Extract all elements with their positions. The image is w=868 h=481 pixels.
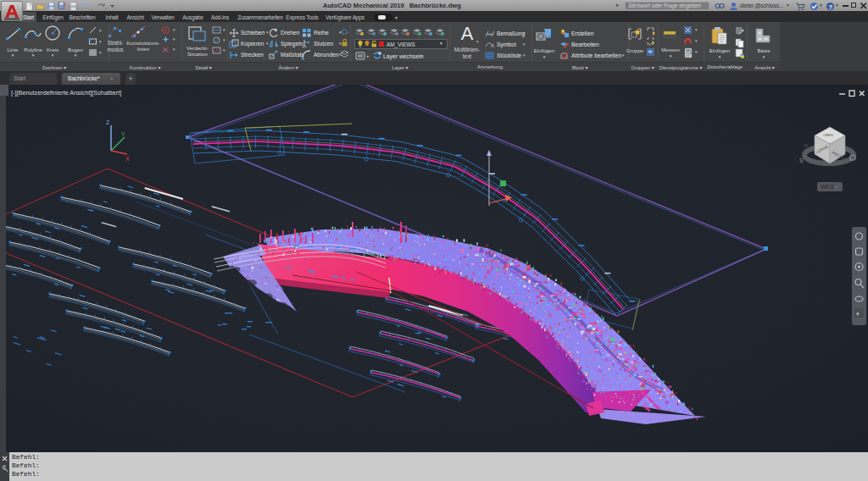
- svg-text:▾: ▾: [856, 311, 860, 317]
- svg-text:OBEN: OBEN: [823, 133, 833, 137]
- svg-text:WKS: WKS: [821, 184, 834, 190]
- svg-text:Y: Y: [121, 131, 125, 137]
- svg-text:Z: Z: [106, 119, 110, 125]
- svg-text:W: W: [804, 143, 809, 148]
- svg-text:[-][Benutzerdefinierte Ansicht: [-][Benutzerdefinierte Ansicht][Schattie…: [11, 89, 121, 97]
- svg-text:X: X: [125, 156, 130, 162]
- svg-text:?: ?: [829, 3, 833, 10]
- svg-text:S: S: [799, 158, 804, 163]
- svg-text:▾: ▾: [835, 185, 837, 190]
- svg-text:A: A: [491, 43, 494, 48]
